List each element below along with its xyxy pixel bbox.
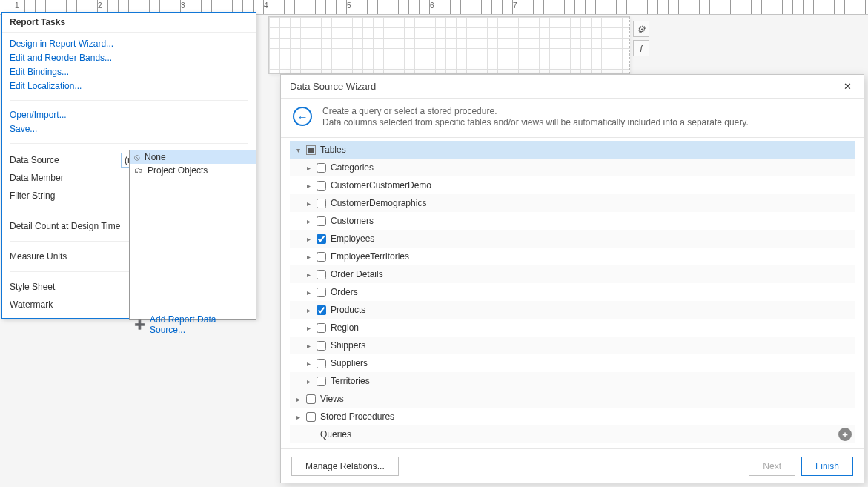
wizard-title: Data Source Wizard	[290, 81, 376, 92]
tree-root-tables[interactable]: ▾ Tables	[290, 141, 855, 159]
tree-table-row[interactable]: ▸Orders	[290, 283, 855, 301]
wizard-back-button[interactable]: ←	[293, 107, 312, 126]
tree-group-row[interactable]: ▸Queries+	[290, 425, 855, 443]
prop-watermark-label: Watermark	[10, 299, 121, 310]
task-link[interactable]: Edit Bindings...	[10, 67, 248, 77]
tree-table-label: Customers	[331, 216, 374, 226]
tree-group-label: Stored Procedures	[320, 411, 394, 422]
tree-checkbox[interactable]	[317, 323, 326, 333]
tree-table-label: Order Details	[331, 269, 383, 279]
expand-icon[interactable]: ▸	[303, 322, 314, 333]
tree-table-row[interactable]: ▸Shippers	[290, 337, 855, 354]
task-link[interactable]: Edit Localization...	[10, 81, 248, 91]
data-source-option-label: None	[145, 152, 166, 162]
tree-table-row[interactable]: ▸Order Details	[290, 265, 855, 283]
wizard-header-line2: Data columns selected from specific tabl…	[322, 117, 749, 128]
expand-icon[interactable]: ▸	[303, 305, 314, 315]
prop-style-sheet-label: Style Sheet	[10, 282, 121, 292]
expand-icon[interactable]: ▸	[293, 411, 303, 422]
tree-table-label: Employees	[331, 233, 374, 244]
tree-group-row[interactable]: ▸Views	[290, 390, 855, 408]
tree-table-row[interactable]: ▸CustomerDemographics	[290, 194, 855, 212]
manage-relations-button[interactable]: Manage Relations...	[291, 457, 399, 476]
task-link[interactable]: Edit and Reorder Bands...	[10, 53, 248, 63]
tree-checkbox[interactable]	[317, 181, 326, 191]
data-source-wizard: Data Source Wizard ✕ ← Create a query or…	[280, 74, 864, 483]
tree-table-row[interactable]: ▸Customers	[290, 212, 855, 230]
tree-table-label: CustomerDemographics	[331, 198, 426, 208]
tree-table-row[interactable]: ▸EmployeeTerritories	[290, 248, 855, 265]
tree-table-row[interactable]: ▸Territories	[290, 372, 855, 390]
tree-checkbox[interactable]	[317, 199, 326, 208]
expand-icon[interactable]: ▸	[303, 269, 314, 279]
expand-icon[interactable]: ▸	[303, 216, 314, 226]
tree-table-row[interactable]: ▸CustomerCustomerDemo	[290, 176, 855, 194]
expand-icon[interactable]: ▸	[303, 376, 314, 386]
task-link[interactable]: Open/Import...	[10, 110, 248, 120]
data-source-option[interactable]: 🗂Project Objects	[130, 164, 256, 177]
add-report-data-source-link[interactable]: ➕ Add Report Data Source...	[130, 311, 256, 338]
ruler-number: 5	[347, 1, 430, 16]
tree-table-row[interactable]: ▸Categories	[290, 159, 855, 176]
wizard-finish-button[interactable]: Finish	[801, 457, 853, 476]
prop-filter-string-label: Filter String	[10, 191, 121, 201]
report-canvas[interactable]	[268, 16, 630, 74]
add-icon: ➕	[134, 319, 145, 330]
ruler-number: 6	[430, 1, 513, 16]
designer-fx-button[interactable]: f	[633, 40, 649, 56]
add-query-button[interactable]: +	[838, 428, 852, 441]
tree-checkbox[interactable]	[317, 288, 326, 297]
tree-table-row[interactable]: ▸Employees	[290, 230, 855, 248]
tree-checkbox[interactable]	[317, 341, 326, 351]
tree-checkbox[interactable]	[317, 216, 326, 226]
expand-icon[interactable]: ▸	[303, 287, 314, 297]
expand-icon[interactable]: ▸	[303, 233, 314, 244]
tree-table-label: Orders	[331, 287, 358, 297]
tree-checkbox[interactable]	[317, 305, 326, 315]
tree-table-label: EmployeeTerritories	[331, 251, 409, 262]
expand-icon[interactable]: ▸	[293, 394, 303, 404]
tree-table-row[interactable]: ▸Suppliers	[290, 354, 855, 372]
expand-icon[interactable]: ▸	[303, 198, 314, 208]
report-tasks-title: Report Tasks	[2, 13, 256, 33]
tree-table-row[interactable]: ▸Products	[290, 301, 855, 319]
expand-icon[interactable]: ▾	[293, 145, 303, 155]
tree-table-row[interactable]: ▸Region	[290, 319, 855, 337]
data-source-option-icon: ⦸	[134, 152, 140, 162]
wizard-close-button[interactable]: ✕	[840, 79, 855, 94]
wizard-tree[interactable]: ▾ Tables ▸Categories▸CustomerCustomerDem…	[281, 138, 864, 448]
tristate-checkbox[interactable]	[306, 145, 316, 155]
close-icon: ✕	[844, 81, 852, 92]
task-link[interactable]: Save...	[10, 124, 248, 134]
tree-root-tables-label: Tables	[320, 145, 346, 155]
tree-checkbox[interactable]	[306, 394, 316, 404]
wizard-next-button: Next	[749, 457, 795, 476]
data-source-option[interactable]: ⦸None	[130, 150, 256, 164]
expand-icon[interactable]: ▸	[303, 340, 314, 351]
tree-checkbox[interactable]	[317, 377, 326, 386]
tree-table-label: Suppliers	[331, 358, 368, 368]
expand-icon[interactable]: ▸	[303, 251, 314, 262]
expand-icon[interactable]: ▸	[303, 162, 314, 173]
task-link[interactable]: Design in Report Wizard...	[10, 39, 248, 49]
prop-data-source-label: Data Source	[10, 155, 121, 165]
tree-checkbox[interactable]	[306, 412, 316, 422]
gear-icon: ⚙	[637, 24, 646, 35]
tree-checkbox[interactable]	[317, 270, 326, 279]
data-source-dropdown[interactable]: ⦸None🗂Project Objects ➕ Add Report Data …	[129, 150, 256, 320]
tree-table-label: Shippers	[331, 340, 365, 351]
tree-checkbox[interactable]	[317, 252, 326, 262]
ruler-number: 7	[513, 1, 596, 16]
expand-icon[interactable]: ▸	[303, 180, 314, 191]
tree-checkbox[interactable]	[317, 234, 326, 244]
prop-data-member-label: Data Member	[10, 173, 121, 183]
tree-table-label: CustomerCustomerDemo	[331, 180, 431, 191]
tree-group-row[interactable]: ▸Stored Procedures	[290, 408, 855, 425]
tree-checkbox[interactable]	[317, 359, 326, 368]
tree-checkbox[interactable]	[317, 163, 326, 173]
expand-icon[interactable]: ▸	[303, 358, 314, 368]
designer-gear-button[interactable]: ⚙	[633, 21, 649, 37]
wizard-footer: Manage Relations... Next Finish	[281, 448, 864, 483]
data-source-option-label: Project Objects	[148, 165, 208, 176]
prop-detail-count-label: Detail Count at Design Time	[10, 221, 121, 231]
